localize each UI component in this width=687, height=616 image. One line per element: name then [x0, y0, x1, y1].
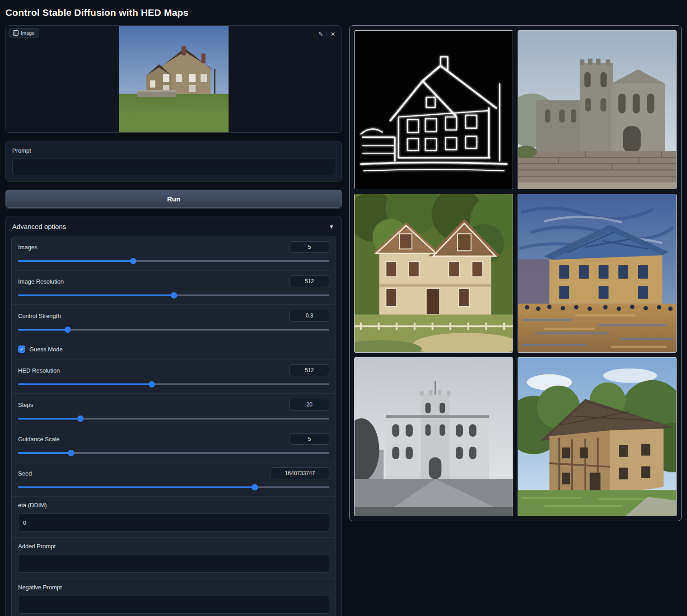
run-button[interactable]: Run [5, 190, 342, 208]
gallery-item-hed-edge-map[interactable] [354, 30, 513, 189]
bw-building-image [355, 358, 513, 516]
guidance-scale-label: Guidance Scale [18, 436, 60, 443]
image-upload-component[interactable]: Image ✎ ✕ [5, 25, 342, 133]
page-title: Control Stable Diffusion with HED Maps [5, 7, 682, 18]
added-prompt-input[interactable] [18, 555, 329, 573]
images-slider[interactable] [18, 258, 329, 264]
guess-mode-checkbox[interactable]: ✓ [18, 345, 25, 353]
added-prompt-row: Added Prompt [12, 538, 336, 579]
gallery-item-victorian-house-painting[interactable] [354, 194, 513, 353]
advanced-options-header[interactable]: Advanced options ▼ [6, 216, 341, 236]
gallery-item-impressionist-house[interactable] [518, 194, 677, 353]
chevron-down-icon: ▼ [329, 224, 334, 230]
seed-value-input[interactable] [271, 467, 329, 479]
slider-thumb[interactable] [65, 327, 71, 333]
advanced-options-title: Advanced options [12, 223, 66, 230]
slider-thumb[interactable] [149, 381, 155, 387]
hed-resolution-value-input[interactable] [290, 364, 329, 376]
slider-thumb[interactable] [68, 450, 74, 456]
guidance-scale-value-input[interactable] [290, 433, 329, 445]
output-column [349, 25, 682, 521]
image-resolution-value-input[interactable] [290, 275, 329, 287]
control-strength-label: Control Strength [18, 313, 61, 319]
prompt-block: Prompt [5, 141, 342, 182]
steps-slider[interactable] [18, 415, 329, 422]
eta-input[interactable] [18, 513, 329, 532]
prompt-input[interactable] [12, 158, 335, 175]
negative-prompt-input[interactable] [18, 596, 329, 614]
image-resolution-label: Image Resolution [18, 278, 64, 285]
output-gallery [349, 25, 682, 521]
image-component-label-text: Image [21, 30, 35, 36]
slider-thumb[interactable] [171, 292, 177, 299]
images-value-input[interactable] [290, 241, 329, 253]
guidance-scale-slider[interactable] [18, 450, 329, 456]
seed-row: Seed [12, 462, 336, 497]
steps-row: Steps [12, 394, 336, 428]
main-columns: Image ✎ ✕ [5, 25, 682, 616]
victorian-house-image [355, 194, 513, 352]
edit-image-button[interactable]: ✎ [316, 29, 326, 39]
slider-thumb[interactable] [252, 484, 258, 490]
guidance-scale-row: Guidance Scale [12, 428, 336, 462]
image-icon [13, 30, 19, 36]
eta-row: eta (DDIM) [12, 497, 336, 538]
app-root: Control Stable Diffusion with HED Maps I… [0, 0, 687, 616]
image-resolution-row: Image Resolution [12, 271, 336, 305]
clear-image-button[interactable]: ✕ [328, 29, 338, 39]
hed-resolution-label: HED Resolution [18, 367, 60, 374]
rustic-house-image [518, 358, 676, 516]
added-prompt-label: Added Prompt [18, 543, 329, 550]
seed-label: Seed [18, 470, 32, 477]
image-resolution-slider[interactable] [18, 292, 329, 299]
uploaded-house-photo[interactable] [119, 26, 229, 132]
image-component-label: Image [9, 28, 39, 37]
advanced-options-form: Images Image Resolution [11, 236, 336, 616]
seed-slider[interactable] [18, 484, 329, 490]
gallery-grid [354, 30, 677, 516]
negative-prompt-label: Negative Prompt [18, 584, 329, 591]
advanced-options-accordion: Advanced options ▼ Images [5, 216, 342, 616]
gallery-item-rustic-house[interactable] [518, 357, 677, 516]
hed-resolution-slider[interactable] [18, 381, 329, 387]
control-strength-value-input[interactable] [290, 310, 329, 322]
steps-value-input[interactable] [290, 399, 329, 411]
hed-resolution-row: HED Resolution [12, 359, 336, 394]
toolbar-divider [327, 31, 327, 37]
prompt-label: Prompt [12, 147, 335, 154]
images-label: Images [18, 244, 37, 251]
control-strength-slider[interactable] [18, 327, 329, 333]
stone-cathedral-image [518, 31, 676, 189]
images-row: Images [12, 236, 336, 271]
steps-label: Steps [18, 401, 33, 408]
gallery-item-bw-building[interactable] [354, 357, 513, 516]
controls-column: Image ✎ ✕ [5, 25, 342, 616]
guess-mode-row: ✓ Guess Mode [12, 339, 336, 359]
slider-thumb[interactable] [130, 258, 136, 264]
guess-mode-label: Guess Mode [29, 346, 63, 353]
eta-label: eta (DDIM) [18, 502, 329, 509]
image-toolbar: ✎ ✕ [316, 29, 338, 39]
negative-prompt-row: Negative Prompt [12, 579, 336, 616]
slider-thumb[interactable] [77, 415, 84, 422]
gallery-item-stone-cathedral[interactable] [518, 30, 677, 189]
hed-edge-map-image [355, 31, 513, 189]
control-strength-row: Control Strength [12, 305, 336, 339]
impressionist-house-image [518, 194, 676, 352]
